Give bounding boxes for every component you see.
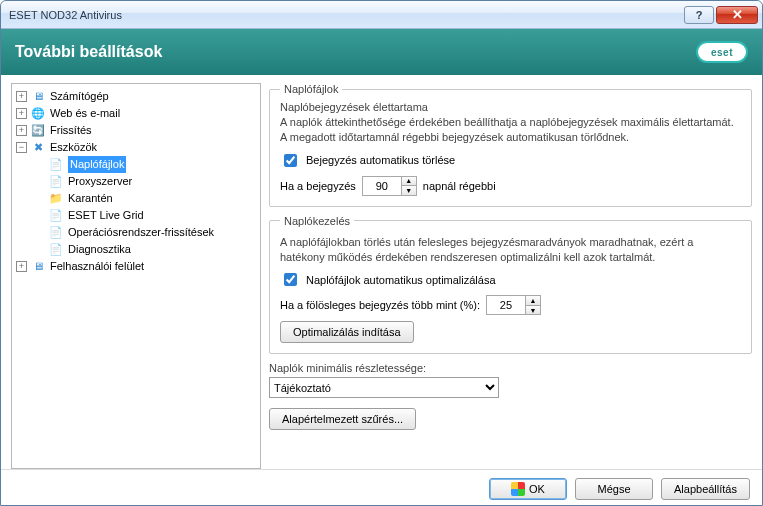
- tree-item-label: Frissítés: [50, 122, 92, 139]
- tree-item-icon: ✖: [30, 140, 46, 156]
- verbosity-select[interactable]: Tájékoztató: [269, 377, 499, 398]
- lifetime-heading: Naplóbejegyzések élettartama: [280, 101, 741, 113]
- tree-node-eset-live-grid[interactable]: 📄ESET Live Grid: [12, 207, 260, 224]
- tree-node-karant-n[interactable]: 📁Karantén: [12, 190, 260, 207]
- tree-node-napl-f-jlok[interactable]: 📄Naplófájlok: [12, 156, 260, 173]
- tree-item-icon: 📄: [48, 225, 64, 241]
- threshold-up-icon[interactable]: ▲: [526, 296, 540, 305]
- tree-item-icon: 📄: [48, 174, 64, 190]
- tree-spacer: [34, 193, 45, 204]
- log-files-legend: Naplófájlok: [280, 83, 342, 95]
- tree-item-icon: 🖥: [30, 259, 46, 275]
- tree-item-label: Eszközök: [50, 139, 97, 156]
- optimize-now-button[interactable]: Optimalizálás indítása: [280, 321, 414, 343]
- cancel-button[interactable]: Mégse: [575, 478, 653, 500]
- lifetime-description: A naplók áttekinthetősége érdekében beál…: [280, 115, 741, 145]
- expand-icon[interactable]: +: [16, 108, 27, 119]
- tree-item-label: Web és e-mail: [50, 105, 120, 122]
- brand-logo: eset: [696, 41, 748, 63]
- ok-button[interactable]: OK: [489, 478, 567, 500]
- tree-spacer: [34, 244, 45, 255]
- tree-item-label: Naplófájlok: [68, 156, 126, 173]
- defaults-button[interactable]: Alapbeállítás: [661, 478, 750, 500]
- age-down-icon[interactable]: ▼: [402, 185, 416, 195]
- tree-item-label: ESET Live Grid: [68, 207, 144, 224]
- tree-node-oper-ci-srendszer-friss-t-sek[interactable]: 📄Operációsrendszer-frissítések: [12, 224, 260, 241]
- tree-node-web-s-e-mail[interactable]: +🌐Web és e-mail: [12, 105, 260, 122]
- management-description: A naplófájlokban törlés után felesleges …: [280, 235, 741, 265]
- tree-node-proxyszerver[interactable]: 📄Proxyszerver: [12, 173, 260, 190]
- log-management-legend: Naplókezelés: [280, 215, 354, 227]
- close-button[interactable]: ✕: [716, 6, 758, 24]
- tree-item-icon: 🌐: [30, 106, 46, 122]
- tree-node-eszk-z-k[interactable]: −✖Eszközök: [12, 139, 260, 156]
- default-filter-button[interactable]: Alapértelmezett szűrés...: [269, 408, 416, 430]
- tree-item-icon: 🔄: [30, 123, 46, 139]
- tree-item-label: Számítógép: [50, 88, 109, 105]
- age-spinner[interactable]: ▲▼: [362, 176, 417, 196]
- tree-item-icon: 📄: [48, 242, 64, 258]
- tree-item-icon: 📁: [48, 191, 64, 207]
- auto-optimize-checkbox[interactable]: [284, 273, 297, 286]
- tree-spacer: [34, 210, 45, 221]
- expand-icon[interactable]: +: [16, 261, 27, 272]
- threshold-prefix-label: Ha a fölösleges bejegyzés több mint (%):: [280, 299, 480, 311]
- tree-item-icon: 📄: [48, 157, 64, 173]
- threshold-spinner[interactable]: ▲▼: [486, 295, 541, 315]
- log-management-group: Naplókezelés A naplófájlokban törlés utá…: [269, 215, 752, 355]
- age-suffix-label: napnál régebbi: [423, 180, 496, 192]
- expand-icon[interactable]: −: [16, 142, 27, 153]
- tree-spacer: [34, 159, 45, 170]
- age-up-icon[interactable]: ▲: [402, 177, 416, 186]
- age-input[interactable]: [363, 177, 401, 195]
- threshold-input[interactable]: [487, 296, 525, 314]
- auto-optimize-label: Naplófájlok automatikus optimalizálása: [306, 274, 496, 286]
- log-files-group: Naplófájlok Naplóbejegyzések élettartama…: [269, 83, 752, 207]
- tree-spacer: [34, 227, 45, 238]
- tree-spacer: [34, 176, 45, 187]
- tree-item-icon: 🖥: [30, 89, 46, 105]
- tree-item-label: Diagnosztika: [68, 241, 131, 258]
- auto-delete-label: Bejegyzés automatikus törlése: [306, 154, 455, 166]
- window-title: ESET NOD32 Antivirus: [9, 9, 682, 21]
- threshold-down-icon[interactable]: ▼: [526, 305, 540, 315]
- tree-node-felhaszn-l-i-fel-let[interactable]: +🖥Felhasználói felület: [12, 258, 260, 275]
- expand-icon[interactable]: +: [16, 125, 27, 136]
- tree-item-label: Operációsrendszer-frissítések: [68, 224, 214, 241]
- titlebar: ESET NOD32 Antivirus ? ✕: [1, 1, 762, 29]
- header-band: További beállítások eset: [1, 29, 762, 75]
- tree-item-label: Felhasználói felület: [50, 258, 144, 275]
- verbosity-label: Naplók minimális részletessége:: [269, 362, 752, 374]
- dialog-footer: OK Mégse Alapbeállítás: [1, 469, 762, 506]
- settings-tree[interactable]: +🖥Számítógép+🌐Web és e-mail+🔄Frissítés−✖…: [11, 83, 261, 469]
- tree-node-sz-m-t-g-p[interactable]: +🖥Számítógép: [12, 88, 260, 105]
- auto-optimize-row[interactable]: Naplófájlok automatikus optimalizálása: [280, 270, 741, 289]
- auto-delete-row[interactable]: Bejegyzés automatikus törlése: [280, 151, 741, 170]
- tree-item-label: Proxyszerver: [68, 173, 132, 190]
- tree-item-icon: 📄: [48, 208, 64, 224]
- page-title: További beállítások: [15, 43, 162, 61]
- expand-icon[interactable]: +: [16, 91, 27, 102]
- tree-node-diagnosztika[interactable]: 📄Diagnosztika: [12, 241, 260, 258]
- age-prefix-label: Ha a bejegyzés: [280, 180, 356, 192]
- tree-node-friss-t-s[interactable]: +🔄Frissítés: [12, 122, 260, 139]
- shield-icon: [511, 482, 525, 496]
- tree-item-label: Karantén: [68, 190, 113, 207]
- help-button[interactable]: ?: [684, 6, 714, 24]
- auto-delete-checkbox[interactable]: [284, 154, 297, 167]
